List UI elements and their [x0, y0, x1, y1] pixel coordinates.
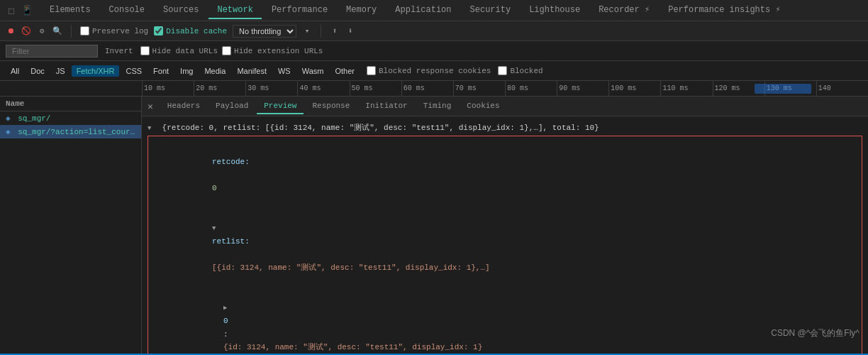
- devtools-tab-bar: ⬚ 📱 Elements Console Sources Network Per…: [0, 0, 868, 21]
- network-toolbar: ⏺ 🚫 ⚙ 🔍 Preserve log Disable cache No th…: [0, 21, 868, 41]
- type-btn-media[interactable]: Media: [199, 65, 230, 77]
- tab-console[interactable]: Console: [101, 2, 153, 19]
- detail-close-btn[interactable]: ✕: [148, 101, 153, 112]
- detail-tab-preview[interactable]: Preview: [257, 99, 304, 114]
- item-icon-0: ◈: [6, 114, 11, 123]
- tick-6: 70 ms: [453, 81, 505, 96]
- tab-sources[interactable]: Sources: [155, 2, 207, 19]
- detail-tab-bar: ✕ Headers Payload Preview Response Initi…: [142, 97, 868, 116]
- tab-application[interactable]: Application: [386, 2, 460, 19]
- type-btn-img[interactable]: Img: [175, 65, 198, 77]
- detail-tab-cookies[interactable]: Cookies: [460, 99, 506, 114]
- throttling-dropdown[interactable]: No throttling: [233, 25, 296, 38]
- type-btn-other[interactable]: Other: [330, 65, 360, 77]
- type-btn-js[interactable]: JS: [51, 65, 70, 77]
- tab-recorder[interactable]: Recorder ⚡: [590, 1, 658, 19]
- separator-1: [71, 25, 72, 38]
- tick-0: 10 ms: [142, 81, 194, 96]
- tick-9: 100 ms: [608, 81, 660, 96]
- filter-icon[interactable]: ⚙: [37, 26, 47, 36]
- toolbar-left-icons: ⬚ 📱: [6, 5, 33, 16]
- separator-2: [321, 25, 321, 38]
- preview-panel: {retcode: 0, retlist: [{id: 3124, name: …: [142, 116, 868, 354]
- type-btn-manifest[interactable]: Manifest: [232, 65, 272, 77]
- right-panel: ✕ Headers Payload Preview Response Initi…: [142, 97, 868, 354]
- tick-5: 60 ms: [401, 81, 453, 96]
- detail-tab-initiator[interactable]: Initiator: [358, 99, 414, 114]
- timeline-bar: 10 ms 20 ms 30 ms 40 ms 50 ms 60 ms 70 m…: [0, 81, 868, 97]
- tab-performance[interactable]: Performance: [263, 2, 336, 19]
- filter-bar: Invert Hide data URLs Hide extension URL…: [0, 41, 868, 61]
- export-icon[interactable]: ⬇: [345, 26, 355, 36]
- detail-tab-timing[interactable]: Timing: [416, 99, 459, 114]
- tick-13: 140: [816, 81, 868, 96]
- tick-3: 40 ms: [297, 81, 349, 96]
- tab-elements[interactable]: Elements: [41, 2, 99, 19]
- clear-icon[interactable]: 🚫: [21, 26, 31, 36]
- blocked-input[interactable]: [498, 66, 507, 75]
- tab-network[interactable]: Network: [208, 2, 261, 19]
- tab-security[interactable]: Security: [462, 2, 520, 19]
- type-btn-font[interactable]: Font: [148, 65, 174, 77]
- watermark: CSDN @^会飞的鱼Fly^: [771, 327, 859, 339]
- json-summary-line: {retcode: 0, retlist: [{id: 3124, name: …: [148, 122, 862, 133]
- type-filter-bar: All Doc JS Fetch/XHR CSS Font Img Media …: [0, 61, 868, 81]
- detail-tab-response[interactable]: Response: [305, 99, 357, 114]
- tick-4: 50 ms: [350, 81, 401, 96]
- hide-extension-urls-input[interactable]: [222, 46, 231, 55]
- retlist-expand-arrow[interactable]: [212, 222, 219, 235]
- inspect-icon[interactable]: ⬚: [6, 5, 17, 16]
- tick-8: 90 ms: [557, 81, 608, 96]
- device-icon[interactable]: 📱: [21, 5, 33, 16]
- main-area: Name ◈ sq_mgr/ ◈ sq_mgr/?action=list_cou…: [0, 97, 868, 354]
- name-column-header: Name: [0, 97, 141, 111]
- search-icon[interactable]: 🔍: [52, 26, 62, 36]
- tick-10: 110 ms: [660, 81, 712, 96]
- disable-cache-input[interactable]: [154, 26, 163, 36]
- disable-cache-checkbox[interactable]: Disable cache: [154, 26, 227, 36]
- type-btn-doc[interactable]: Doc: [26, 65, 50, 77]
- preserve-log-checkbox[interactable]: Preserve log: [80, 26, 148, 36]
- type-btn-all[interactable]: All: [6, 65, 24, 77]
- blocked-cookies-input[interactable]: [367, 66, 376, 75]
- blocked-checkbox[interactable]: Blocked: [498, 66, 542, 75]
- blocked-cookies-checkbox[interactable]: Blocked response cookies: [367, 66, 491, 75]
- detail-tab-headers[interactable]: Headers: [160, 99, 207, 114]
- timeline-highlight: [755, 84, 811, 94]
- json-block: retcode: 0 retlist: [{id: 3124, name: "测…: [148, 136, 862, 354]
- retlist-header-line: retlist: [{id: 3124, name: "测试", desc: "…: [154, 208, 856, 288]
- item-icon-1: ◈: [6, 128, 11, 136]
- preserve-log-input[interactable]: [80, 26, 89, 36]
- hide-extension-urls-checkbox[interactable]: Hide extension URLs: [222, 46, 323, 55]
- json-item-0: 0 : {id: 3124, name: "测试", desc: "test11…: [154, 288, 856, 354]
- type-btn-ws[interactable]: WS: [273, 65, 296, 77]
- filter-input[interactable]: [6, 45, 98, 58]
- type-btn-css[interactable]: CSS: [121, 65, 147, 77]
- tick-2: 30 ms: [245, 81, 297, 96]
- hide-data-urls-input[interactable]: [140, 46, 150, 55]
- tab-memory[interactable]: Memory: [338, 2, 385, 19]
- retcode-line: retcode: 0: [154, 142, 856, 208]
- left-panel: Name ◈ sq_mgr/ ◈ sq_mgr/?action=list_cou…: [0, 97, 142, 354]
- type-btn-fetch-xhr[interactable]: Fetch/XHR: [72, 65, 120, 77]
- type-btn-wasm[interactable]: Wasm: [297, 65, 329, 77]
- tick-1: 20 ms: [194, 81, 245, 96]
- record-icon[interactable]: ⏺: [6, 26, 16, 36]
- import-icon[interactable]: ⬆: [330, 26, 340, 36]
- invert-filter[interactable]: Invert: [102, 46, 136, 56]
- network-item-1[interactable]: ◈ sq_mgr/?action=list_course&p...: [0, 125, 141, 138]
- hide-data-urls-checkbox[interactable]: Hide data URLs: [140, 46, 218, 55]
- root-expand-arrow[interactable]: [148, 124, 155, 132]
- item-0-arrow[interactable]: [223, 301, 230, 315]
- tick-7: 80 ms: [505, 81, 557, 96]
- throttling-arrow[interactable]: ▾: [302, 26, 312, 36]
- tab-lighthouse[interactable]: Lighthouse: [521, 2, 589, 19]
- tab-performance-insights[interactable]: Performance insights ⚡: [660, 1, 789, 19]
- network-item-0[interactable]: ◈ sq_mgr/: [0, 111, 141, 125]
- detail-tab-payload[interactable]: Payload: [208, 99, 255, 114]
